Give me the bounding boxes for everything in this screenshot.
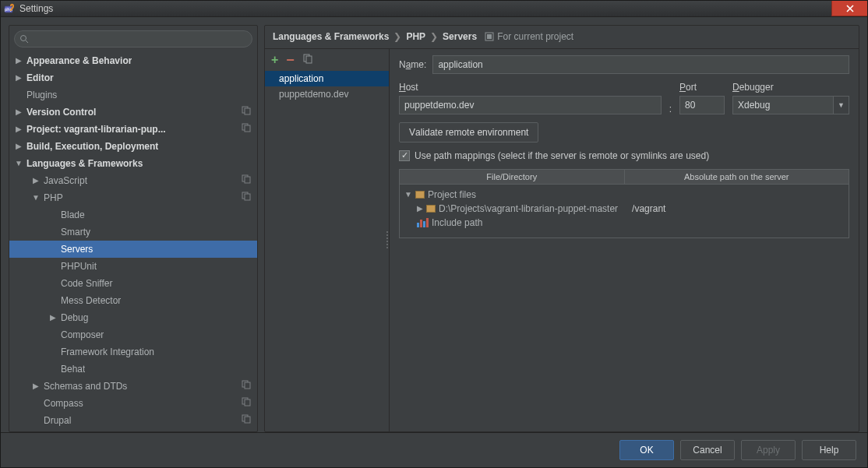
chevron-right-icon: ❯: [393, 31, 401, 42]
remote-path[interactable]: /vagrant: [632, 203, 665, 214]
chevron-right-icon[interactable]: ▶: [31, 382, 41, 390]
chevron-right-icon[interactable]: ▶: [14, 125, 23, 133]
svg-rect-17: [245, 417, 250, 423]
tree-item[interactable]: ▶JavaScript: [9, 172, 257, 189]
project-scope-icon: [242, 414, 251, 426]
tree-item[interactable]: Behat: [9, 361, 257, 378]
include-path-node[interactable]: Include path: [432, 217, 482, 228]
tree-item-label: Behat: [61, 364, 85, 375]
help-button[interactable]: Help: [802, 440, 856, 460]
name-input[interactable]: [432, 55, 849, 74]
tree-item-label: Plugins: [26, 90, 57, 100]
chevron-right-icon[interactable]: ▶: [14, 73, 23, 82]
server-list-item[interactable]: puppetdemo.dev: [265, 86, 389, 102]
search-input[interactable]: [14, 30, 252, 48]
project-files-node[interactable]: Project files: [428, 189, 476, 200]
search-icon: [19, 34, 29, 44]
chevron-right-icon[interactable]: ▶: [14, 107, 23, 116]
port-input[interactable]: [679, 96, 725, 114]
copy-button[interactable]: [302, 53, 313, 66]
tree-item[interactable]: Servers: [9, 241, 257, 258]
tree-item[interactable]: ▶Appearance & Behavior: [9, 52, 257, 69]
chevron-right-icon[interactable]: ▶: [14, 142, 23, 150]
window-title: Settings: [19, 3, 53, 14]
validate-button[interactable]: Validate remote environment: [399, 122, 538, 143]
port-label: Port: [679, 82, 725, 93]
server-form: Name: Host : : Port: [390, 49, 859, 432]
window-close-button[interactable]: [831, 1, 867, 16]
server-list-item[interactable]: application: [265, 71, 389, 86]
tree-item[interactable]: Framework Integration: [9, 343, 257, 361]
tree-item[interactable]: ▶Version Control: [9, 104, 257, 121]
tree-item-label: Composer: [61, 329, 104, 340]
tree-item-label: Schemas and DTDs: [44, 381, 127, 392]
tree-item-label: Smarty: [61, 227, 90, 238]
host-input[interactable]: [399, 96, 662, 114]
chevron-right-icon[interactable]: ▶: [14, 56, 23, 65]
tree-item[interactable]: Drupal: [9, 412, 257, 429]
mappings-tree[interactable]: ▼ Project files ▶ D:\Projects\vagrant-li…: [399, 185, 849, 238]
use-path-mappings-label: Use path mappings (select if the server …: [415, 150, 709, 161]
titlebar: php Settings: [1, 1, 867, 17]
tree-item[interactable]: PHPUnit: [9, 258, 257, 275]
tree-item[interactable]: ▼Languages & Frameworks: [9, 155, 257, 172]
chevron-right-icon[interactable]: ▶: [31, 176, 41, 185]
colon: :: [669, 104, 672, 114]
tree-item[interactable]: Blade: [9, 206, 257, 223]
chevron-down-icon[interactable]: ▼: [14, 159, 23, 167]
tree-item[interactable]: Plugins: [9, 86, 257, 104]
breadcrumb-part: PHP: [406, 31, 425, 42]
add-button[interactable]: +: [271, 53, 278, 67]
app-icon: php: [4, 2, 16, 15]
cancel-button[interactable]: Cancel: [680, 440, 735, 460]
tree-item[interactable]: ▶Schemas and DTDs: [9, 378, 257, 395]
tree-item[interactable]: ▶Editor: [9, 69, 257, 86]
scope-icon: [485, 32, 494, 41]
svg-rect-13: [245, 382, 250, 389]
tree-item-label: Version Control: [26, 107, 96, 118]
local-path[interactable]: D:\Projects\vagrant-librarian-puppet-mas…: [439, 203, 618, 214]
tree-item[interactable]: Google App Engine for PHP: [9, 429, 257, 432]
detail-panel: Languages & Frameworks ❯ PHP ❯ Servers F…: [264, 25, 859, 433]
use-path-mappings-checkbox[interactable]: [399, 150, 410, 161]
tree-item[interactable]: Code Sniffer: [9, 275, 257, 292]
chevron-down-icon[interactable]: ▼: [404, 190, 412, 199]
include-path-icon: [417, 218, 429, 227]
tree-item-label: PHPUnit: [61, 261, 97, 272]
tree-item[interactable]: Smarty: [9, 223, 257, 241]
chevron-down-icon[interactable]: ▼: [31, 193, 41, 202]
name-label: Name:: [399, 59, 426, 70]
tree-item-label: Mess Detector: [61, 295, 121, 306]
tree-item[interactable]: Composer: [9, 326, 257, 343]
apply-button[interactable]: Apply: [741, 440, 796, 460]
tree-item[interactable]: ▶Debug: [9, 309, 257, 326]
debugger-select[interactable]: Xdebug: [732, 96, 849, 114]
chevron-down-icon[interactable]: ▼: [833, 97, 849, 114]
settings-tree[interactable]: ▶Appearance & Behavior▶EditorPlugins▶Ver…: [9, 52, 257, 432]
tree-item-label: PHP: [44, 192, 63, 203]
tree-item[interactable]: Compass: [9, 395, 257, 412]
tree-item-label: Editor: [26, 72, 54, 83]
folder-icon: [415, 191, 425, 199]
chevron-right-icon[interactable]: ▶: [417, 204, 423, 213]
remove-button[interactable]: −: [286, 56, 295, 64]
tree-item[interactable]: ▶Project: vagrant-librarian-pup...: [9, 121, 257, 138]
server-list-panel: + − applicationpuppetdemo.dev: [265, 49, 390, 432]
tree-item-label: Languages & Frameworks: [26, 158, 143, 169]
server-list[interactable]: applicationpuppetdemo.dev: [265, 71, 389, 432]
breadcrumb: Languages & Frameworks ❯ PHP ❯ Servers F…: [265, 26, 859, 49]
col-absolute-path: Absolute path on the server: [625, 170, 849, 184]
tree-item[interactable]: Mess Detector: [9, 292, 257, 309]
tree-item-label: Appearance & Behavior: [26, 55, 132, 66]
tree-item-label: Servers: [61, 244, 93, 255]
svg-point-2: [21, 35, 26, 40]
tree-item[interactable]: ▼PHP: [9, 189, 257, 206]
tree-item-label: Blade: [61, 209, 85, 220]
chevron-right-icon[interactable]: ▶: [48, 313, 58, 322]
debugger-label: Debugger: [732, 82, 849, 93]
breadcrumb-part: Languages & Frameworks: [273, 31, 389, 42]
tree-item[interactable]: ▶Build, Execution, Deployment: [9, 138, 257, 155]
project-scope-icon: [242, 380, 251, 392]
tree-item-label: Project: vagrant-librarian-pup...: [26, 124, 166, 135]
ok-button[interactable]: OK: [619, 440, 674, 460]
